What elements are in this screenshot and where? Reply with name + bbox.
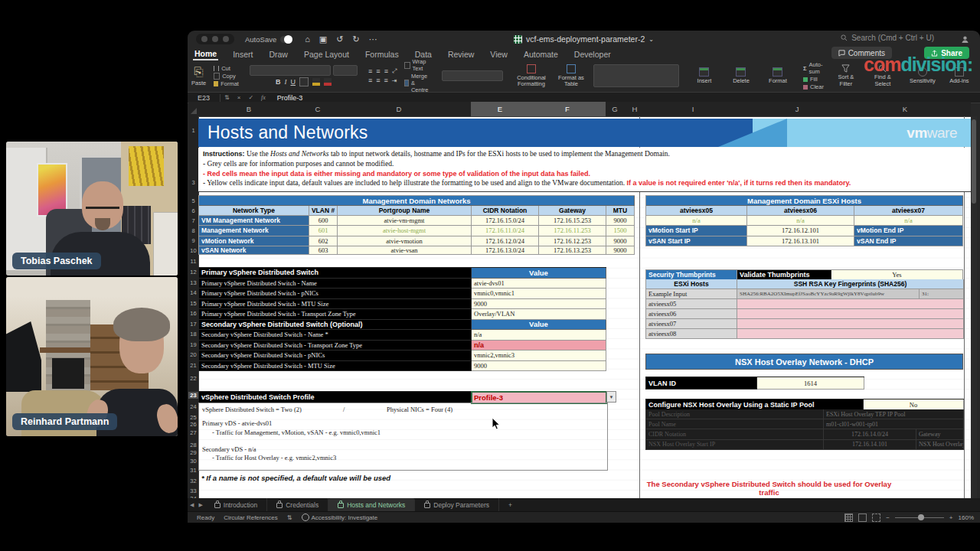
host-header[interactable]: atvieesx07 xyxy=(854,206,963,216)
table-row-label[interactable]: vSAN Start IP xyxy=(646,236,747,246)
zoom-slider[interactable] xyxy=(895,517,944,518)
row-header[interactable]: 27 xyxy=(188,429,198,436)
host-header[interactable]: atvieesx06 xyxy=(747,206,854,216)
table-cell[interactable]: 172.16.11.253 xyxy=(539,226,606,236)
row-header[interactable]: 11 xyxy=(188,258,198,265)
config-label[interactable]: Secondary vSphere Distributed Switch - M… xyxy=(199,361,472,372)
config-label[interactable]: Primary vSphere Distributed Switch - pNI… xyxy=(199,289,472,299)
config-label[interactable]: Primary vSphere Distributed Switch - Tra… xyxy=(199,309,472,320)
row-header[interactable]: 26 xyxy=(188,421,198,428)
window-controls[interactable] xyxy=(196,34,234,44)
column-header-e[interactable]: E xyxy=(495,105,505,113)
column-header[interactable]: Portgroup Name xyxy=(338,206,472,216)
row-header[interactable]: 6 xyxy=(188,207,198,214)
column-header[interactable]: VLAN # xyxy=(309,206,338,216)
underline-button[interactable]: U xyxy=(290,78,296,86)
normal-view-icon[interactable] xyxy=(844,514,853,522)
page-break-view-icon[interactable] xyxy=(872,514,880,522)
row-header-selected[interactable]: 23 xyxy=(188,392,198,399)
column-header[interactable]: ESXi Hosts xyxy=(646,279,737,289)
copy-button[interactable]: Copy xyxy=(214,73,236,80)
fill-color-button[interactable] xyxy=(312,78,320,86)
table-cell[interactable]: n/a xyxy=(747,216,854,226)
config-value[interactable]: vmnic2,vmnic3 xyxy=(472,350,606,361)
close-icon[interactable] xyxy=(201,36,207,42)
zoom-window-icon[interactable] xyxy=(223,36,229,42)
section-header[interactable]: Primary vSphere Distributed Switch xyxy=(199,268,472,279)
vertical-scrollbar[interactable] xyxy=(971,116,977,498)
table-cell[interactable]: n/a xyxy=(854,216,963,226)
tabs-prev-icon[interactable]: ◀ xyxy=(190,502,194,508)
formula-input[interactable]: Profile-3 xyxy=(277,94,303,102)
row-header[interactable]: 16 xyxy=(188,310,198,317)
row-header[interactable]: 28 xyxy=(188,442,198,448)
column-header[interactable]: CIDR Notation xyxy=(472,206,539,216)
row-header[interactable]: 24 xyxy=(188,403,198,410)
sheet-tab-introduction[interactable]: Introduction xyxy=(205,498,267,511)
example-label[interactable]: Example Input xyxy=(646,289,737,299)
column-header-g[interactable]: G xyxy=(609,105,620,113)
host-label[interactable]: atvieesx07 xyxy=(646,319,737,329)
section-header[interactable]: Secondary vSphere Distributed Switch (Op… xyxy=(199,320,472,331)
align-middle-icon[interactable]: ≡ xyxy=(376,67,380,75)
vlan-label[interactable]: VLAN ID xyxy=(646,377,757,390)
row-header[interactable]: 29 xyxy=(188,449,198,456)
tab-page-layout[interactable]: Page Layout xyxy=(302,49,351,60)
profile-selected-cell[interactable]: Profile-3 xyxy=(472,392,606,403)
column-header[interactable]: SSH RSA Key Fingerprints (SHA256) xyxy=(737,279,964,289)
zoom-slider-handle[interactable] xyxy=(918,514,924,520)
table-title[interactable]: Management Domain Networks xyxy=(199,196,635,206)
dropdown-button[interactable]: ▼ xyxy=(606,391,616,403)
config-value[interactable]: 9000 xyxy=(472,361,606,372)
config-label[interactable]: Primary vSphere Distributed Switch - Nam… xyxy=(199,279,472,289)
row-header[interactable]: 13 xyxy=(188,279,198,286)
font-color-button[interactable] xyxy=(324,78,332,86)
account-icon[interactable] xyxy=(961,35,969,44)
table-cell[interactable]: 9000 xyxy=(606,236,635,246)
sheet-tab-hosts-and-networks[interactable]: Hosts and Networks xyxy=(328,498,415,511)
sheet-tab-deploy-parameters[interactable]: Deploy Parameters xyxy=(415,498,499,511)
circular-references[interactable]: Circular References xyxy=(224,514,278,521)
value-header[interactable]: Value xyxy=(472,268,606,279)
undo-icon[interactable]: ↺ xyxy=(336,34,343,44)
config-value[interactable]: 9000 xyxy=(472,299,606,310)
host-label[interactable]: atvieesx05 xyxy=(646,299,737,309)
table-cell[interactable]: atvie-host-mgmt xyxy=(338,226,472,236)
row-header[interactable]: 20 xyxy=(188,351,198,358)
table-cell[interactable]: 172.16.12.253 xyxy=(539,236,606,246)
save-icon[interactable]: ▣ xyxy=(319,34,327,44)
row-header[interactable]: 3 xyxy=(188,179,198,186)
tab-automate[interactable]: Automate xyxy=(522,49,560,60)
table-cell[interactable]: 172.16.15.253 xyxy=(539,216,606,226)
tab-draw[interactable]: Draw xyxy=(267,49,289,60)
host-label[interactable]: atvieesx08 xyxy=(646,329,737,339)
table-cell[interactable]: 172.16.13.0/24 xyxy=(472,246,539,255)
config-value[interactable]: vmnic0,vmnic1 xyxy=(472,289,606,299)
config-value[interactable]: Overlay/VLAN xyxy=(472,309,606,320)
nsx-section-title[interactable]: NSX Host Overlay Network - DHCP xyxy=(645,354,963,370)
cell-name-box[interactable]: E23 xyxy=(188,94,220,102)
cancel-icon[interactable]: × xyxy=(237,94,241,101)
table-row-label[interactable]: vSAN End IP xyxy=(854,236,963,246)
table-cell[interactable]: 172.16.12.101 xyxy=(747,226,854,236)
insert-function-icon[interactable]: fx xyxy=(261,94,266,101)
config-label[interactable]: Secondary vSphere Distributed Switch - T… xyxy=(199,341,472,351)
format-as-table-button[interactable]: Format as Table xyxy=(553,60,590,92)
column-header-c[interactable]: C xyxy=(312,105,323,113)
fingerprint-input-empty[interactable] xyxy=(737,309,964,319)
table-cell[interactable]: 172.16.12.0/24 xyxy=(472,236,539,246)
orientation-icon[interactable]: ⤢ xyxy=(392,67,397,75)
align-center-icon[interactable]: ≡ xyxy=(376,77,380,84)
autosave-toggle[interactable] xyxy=(280,36,292,43)
table-cell[interactable]: atvie-vmotion xyxy=(338,236,472,246)
table-cell[interactable]: atvie-vm-mgmt xyxy=(338,216,472,226)
sheet-tab-credentials[interactable]: Credentials xyxy=(267,498,328,511)
table-row-label[interactable]: VM Management Network xyxy=(199,216,309,226)
paste-button[interactable]: ⎘ Paste xyxy=(188,60,210,92)
row-header[interactable]: 10 xyxy=(188,247,198,254)
row-header[interactable]: 30 xyxy=(188,458,198,465)
row-header[interactable]: 25 xyxy=(188,414,198,421)
host-header[interactable]: atvieesx05 xyxy=(646,206,747,216)
tabs-next-icon[interactable]: ▶ xyxy=(198,502,202,508)
example-fingerprint-extra[interactable]: 31: xyxy=(920,289,964,299)
